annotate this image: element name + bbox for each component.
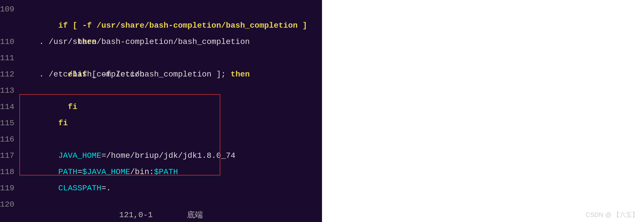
line-number: 118 (0, 164, 20, 180)
line-number: 109 (0, 1, 20, 17)
code-line-115: 115 (0, 115, 322, 131)
line-number: 111 (0, 50, 20, 66)
code-line-113: 113 fi (0, 82, 322, 99)
line-number: 114 (0, 99, 20, 115)
watermark-text: CSDN @ 【六五】 (586, 211, 638, 219)
line-number: 119 (0, 180, 20, 196)
line-number: 117 (0, 148, 20, 164)
line-content: . /usr/share/bash-completion/bash_comple… (20, 34, 322, 50)
line-number: 115 (0, 115, 20, 131)
code-line-114: 114 fi (0, 99, 322, 115)
code-line-117: 117 PATH=$JAVA_HOME/bin:$PATH (0, 148, 322, 164)
code-line-then: then (0, 17, 322, 34)
right-panel: CSDN @ 【六五】 (322, 0, 644, 222)
editor-location: 底端 (187, 209, 203, 220)
code-line-119: 119 (0, 180, 322, 196)
status-bar: 121,0-1 底端 (0, 208, 322, 222)
code-line-118: 118 CLASSPATH=. (0, 164, 322, 180)
code-line-111: 111 elif [ -f /etc/bash_completion ]; th… (0, 50, 322, 66)
line-number: 110 (0, 34, 20, 50)
line-content: . /etc/bash_completion (20, 66, 322, 82)
code-editor: 109 if [ -f /usr/share/bash-completion/b… (0, 0, 322, 222)
code-line-116: 116 JAVA_HOME=/home/briup/jdk/jdk1.8.0_7… (0, 131, 322, 148)
code-lines: 109 if [ -f /usr/share/bash-completion/b… (0, 0, 322, 222)
cursor-position: 121,0-1 (119, 211, 153, 219)
code-line-112: 112 . /etc/bash_completion (0, 66, 322, 82)
code-line-109: 109 if [ -f /usr/share/bash-completion/b… (0, 1, 322, 17)
line-number: 116 (0, 131, 20, 148)
line-number: 113 (0, 82, 20, 99)
code-line-110: 110 . /usr/share/bash-completion/bash_co… (0, 34, 322, 50)
line-number: 112 (0, 66, 20, 82)
